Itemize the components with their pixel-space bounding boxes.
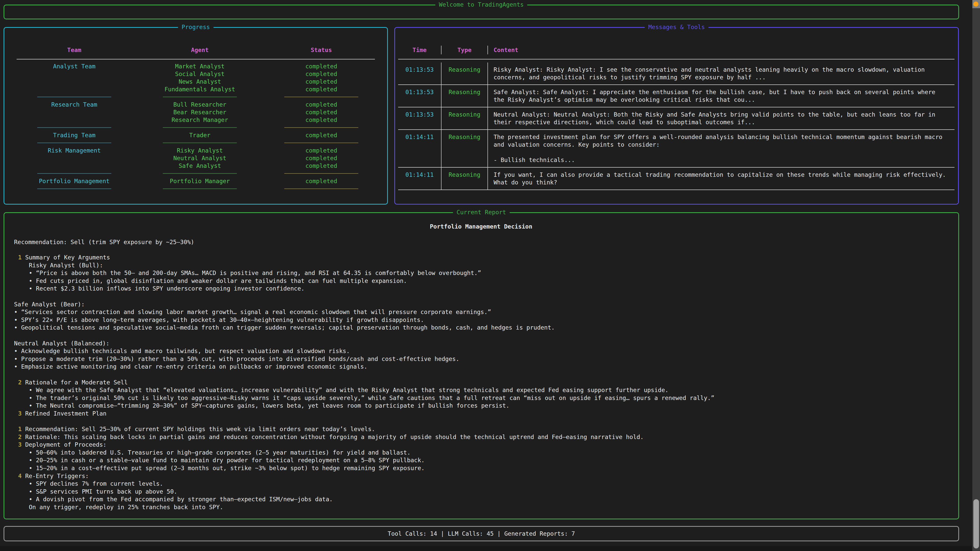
report-line: • Fed cuts priced in, global disinflatio… <box>14 277 948 285</box>
footer-stats-bar: Tool Calls: 14 | LLM Calls: 45 | Generat… <box>3 526 959 541</box>
message-type: Reasoning <box>441 107 487 129</box>
report-line: Neutral Analyst (Balanced): <box>14 340 948 348</box>
status-cell: completed <box>268 62 375 70</box>
report-line <box>14 292 948 300</box>
separator-status <box>268 127 375 128</box>
agent-cell: Trader <box>132 131 268 139</box>
report-line: • Recent $2.3 billion inflows into SPY u… <box>14 285 948 292</box>
agent-cell: Neutral Analyst <box>132 154 268 162</box>
team-cell: Risk Management <box>17 147 132 154</box>
team-cell: Research Team <box>17 101 132 108</box>
current-report-panel-title: Current Report <box>453 209 510 216</box>
message-content: If you want, I can also provide a tactic… <box>487 168 955 189</box>
current-report-panel: Current Report Portfolio Management Deci… <box>3 212 959 519</box>
separator-status <box>268 97 375 97</box>
messages-table-body: 01:13:53ReasoningRisky Analyst: Risky An… <box>398 62 955 190</box>
footer-stats-text: Tool Calls: 14 | LLM Calls: 45 | Generat… <box>388 530 575 537</box>
report-line: 1 Summary of Key Arguments <box>14 254 948 262</box>
message-row: 01:13:53ReasoningRisky Analyst: Risky An… <box>398 62 955 84</box>
message-time: 01:14:11 <box>398 168 441 189</box>
separator-agent <box>132 97 268 97</box>
status-cell: completed <box>268 131 375 139</box>
group-separator <box>17 170 375 177</box>
message-content: Risky Analyst: Risky Analyst: I see the … <box>487 62 955 84</box>
message-type: Reasoning <box>441 130 487 167</box>
scrollbar-track[interactable] <box>972 0 980 551</box>
messages-table: Time Type Content 01:13:53ReasoningRisky… <box>395 28 958 190</box>
separator-agent <box>132 127 268 128</box>
message-time: 01:13:53 <box>398 85 441 107</box>
report-line: Safe Analyst (Bear): <box>14 300 948 308</box>
column-header-agent: Agent <box>132 46 268 54</box>
status-cell: completed <box>268 177 375 185</box>
agent-cell: Research Manager <box>132 116 268 124</box>
team-cell <box>17 154 132 162</box>
progress-row: Research Managercompleted <box>17 116 375 124</box>
separator-agent <box>132 143 268 143</box>
header-underline <box>398 59 955 59</box>
status-cell: completed <box>268 154 375 162</box>
message-content: Neutral Analyst: Neutral Analyst: Both t… <box>487 107 955 129</box>
row-separator <box>398 189 955 190</box>
report-line: 3 Deployment of Proceeds: <box>14 441 948 449</box>
report-lines: 1 Summary of Key ArgumentsRisky Analyst … <box>14 254 948 511</box>
agent-cell: Safe Analyst <box>132 162 268 170</box>
progress-row: Safe Analystcompleted <box>17 162 375 170</box>
report-line: • SPY declines 7% from current levels. <box>14 480 948 488</box>
report-line: 2 Rationale: This scaling back locks in … <box>14 433 948 441</box>
status-cell: completed <box>268 86 375 93</box>
progress-row: Bear Researchercompleted <box>17 108 375 116</box>
report-line: • “Price is above both the 50– and 200-d… <box>14 269 948 277</box>
report-line: • “Services sector contraction and slowi… <box>14 308 948 316</box>
report-line: • The trader’s original 50% cut is likel… <box>14 394 948 402</box>
separator-team <box>17 97 132 97</box>
status-cell: completed <box>268 116 375 124</box>
message-time: 01:14:11 <box>398 130 441 167</box>
team-cell <box>17 70 132 78</box>
report-body: Portfolio Management Decision Recommenda… <box>4 213 958 511</box>
team-cell: Analyst Team <box>17 62 132 70</box>
status-cell: completed <box>268 70 375 78</box>
status-cell: completed <box>268 162 375 170</box>
report-line: • The Neutral compromise—“trimming 20–30… <box>14 402 948 410</box>
status-cell: completed <box>268 101 375 108</box>
report-line-number: 4 <box>18 473 22 479</box>
team-cell <box>17 86 132 93</box>
team-cell <box>17 108 132 116</box>
messages-tools-panel-title: Messages & Tools <box>645 24 708 30</box>
message-row: 01:13:53ReasoningNeutral Analyst: Neutra… <box>398 107 955 129</box>
progress-row: Analyst TeamMarket Analystcompleted <box>17 62 375 70</box>
separator-team <box>17 143 132 143</box>
team-cell: Trading Team <box>17 131 132 139</box>
status-cell: completed <box>268 78 375 86</box>
messages-table-header: Time Type Content <box>398 46 955 54</box>
message-content: The presented investment plan for SPY of… <box>487 130 955 167</box>
welcome-panel: Welcome to TradingAgents <box>3 5 959 19</box>
progress-table-body: Analyst TeamMarket AnalystcompletedSocia… <box>17 62 375 192</box>
report-line-number: 1 <box>18 254 22 261</box>
report-line: • 50–60% into laddered U.S. Treasuries o… <box>14 449 948 457</box>
report-line-number: 3 <box>18 441 22 448</box>
scrollbar-corner <box>972 0 980 8</box>
progress-row: Social Analystcompleted <box>17 70 375 78</box>
progress-row: News Analystcompleted <box>17 78 375 86</box>
status-cell: completed <box>268 108 375 116</box>
agent-cell: Market Analyst <box>132 62 268 70</box>
agent-cell: Fundamentals Analyst <box>132 86 268 93</box>
report-line-number: 1 <box>18 426 22 432</box>
orange-dot-icon <box>974 2 978 6</box>
report-line-number: 2 <box>18 379 22 386</box>
column-header-team: Team <box>17 46 132 54</box>
report-line: • Emphasize active monitoring and clear … <box>14 363 948 371</box>
separator-team <box>17 127 132 128</box>
message-type: Reasoning <box>441 168 487 189</box>
header-underline <box>17 59 375 59</box>
separator-agent <box>132 189 268 189</box>
scrollbar-thumb[interactable] <box>974 499 979 548</box>
agent-cell: Social Analyst <box>132 70 268 78</box>
report-line <box>14 332 948 340</box>
report-line: • A dovish pivot from the Fed accompanie… <box>14 495 948 503</box>
report-line: 4 Re-Entry Triggers: <box>14 472 948 480</box>
agent-cell: Bear Researcher <box>132 108 268 116</box>
agent-cell: News Analyst <box>132 78 268 86</box>
